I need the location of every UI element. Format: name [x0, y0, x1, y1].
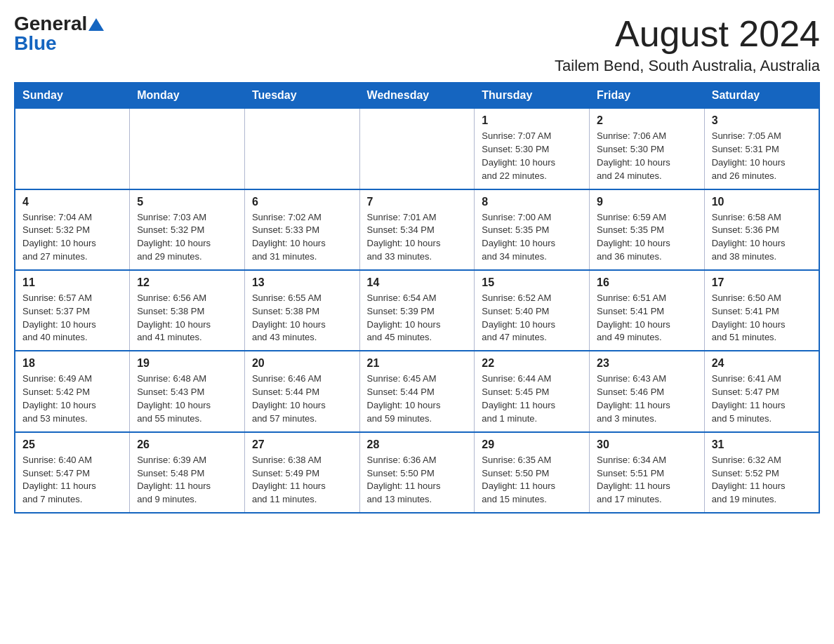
day-number: 27 — [252, 438, 352, 451]
calendar-cell: 30Sunrise: 6:34 AMSunset: 5:51 PMDayligh… — [590, 432, 705, 513]
day-info: Sunrise: 6:50 AMSunset: 5:41 PMDaylight:… — [712, 292, 812, 344]
calendar-cell: 18Sunrise: 6:49 AMSunset: 5:42 PMDayligh… — [15, 351, 130, 431]
day-info: Sunrise: 6:46 AMSunset: 5:44 PMDaylight:… — [252, 373, 352, 425]
calendar-cell — [244, 108, 359, 189]
day-info: Sunrise: 6:39 AMSunset: 5:48 PMDaylight:… — [137, 454, 237, 507]
day-number: 26 — [137, 438, 237, 451]
calendar-cell: 10Sunrise: 6:58 AMSunset: 5:36 PMDayligh… — [704, 189, 819, 270]
day-info: Sunrise: 6:38 AMSunset: 5:49 PMDaylight:… — [252, 454, 352, 507]
calendar-cell: 23Sunrise: 6:43 AMSunset: 5:46 PMDayligh… — [590, 351, 705, 431]
day-number: 3 — [712, 114, 812, 127]
calendar-cell: 17Sunrise: 6:50 AMSunset: 5:41 PMDayligh… — [704, 270, 819, 351]
day-info: Sunrise: 6:45 AMSunset: 5:44 PMDaylight:… — [367, 373, 468, 425]
day-info: Sunrise: 6:56 AMSunset: 5:38 PMDaylight:… — [137, 292, 237, 344]
day-info: Sunrise: 7:03 AMSunset: 5:32 PMDaylight:… — [137, 211, 237, 264]
day-number: 1 — [482, 114, 582, 127]
day-info: Sunrise: 7:07 AMSunset: 5:30 PMDaylight:… — [482, 130, 582, 182]
day-number: 14 — [367, 276, 468, 289]
calendar-cell: 3Sunrise: 7:05 AMSunset: 5:31 PMDaylight… — [704, 108, 819, 189]
day-number: 4 — [22, 196, 122, 208]
weekday-header-sunday: Sunday — [15, 83, 130, 108]
page-header: General Blue August 2024 Tailem Bend, So… — [14, 14, 820, 75]
title-section: August 2024 Tailem Bend, South Australia… — [555, 14, 820, 75]
day-number: 20 — [252, 357, 352, 370]
calendar-cell: 29Sunrise: 6:35 AMSunset: 5:50 PMDayligh… — [475, 432, 590, 513]
calendar-cell: 16Sunrise: 6:51 AMSunset: 5:41 PMDayligh… — [590, 270, 705, 351]
day-info: Sunrise: 6:35 AMSunset: 5:50 PMDaylight:… — [482, 454, 582, 507]
weekday-header-wednesday: Wednesday — [359, 83, 475, 108]
calendar-cell: 7Sunrise: 7:01 AMSunset: 5:34 PMDaylight… — [359, 189, 475, 270]
weekday-header-row: SundayMondayTuesdayWednesdayThursdayFrid… — [15, 83, 819, 108]
day-info: Sunrise: 6:36 AMSunset: 5:50 PMDaylight:… — [367, 454, 468, 507]
weekday-header-friday: Friday — [590, 83, 705, 108]
calendar-week-row: 25Sunrise: 6:40 AMSunset: 5:47 PMDayligh… — [15, 432, 819, 513]
day-number: 31 — [712, 438, 812, 451]
day-info: Sunrise: 6:49 AMSunset: 5:42 PMDaylight:… — [22, 373, 122, 425]
calendar-cell — [15, 108, 130, 189]
weekday-header-saturday: Saturday — [704, 83, 819, 108]
day-number: 25 — [22, 438, 122, 451]
day-info: Sunrise: 6:59 AMSunset: 5:35 PMDaylight:… — [597, 211, 697, 264]
day-number: 15 — [482, 276, 582, 289]
day-info: Sunrise: 6:43 AMSunset: 5:46 PMDaylight:… — [597, 373, 697, 425]
location-title: Tailem Bend, South Australia, Australia — [555, 57, 820, 75]
calendar-cell: 13Sunrise: 6:55 AMSunset: 5:38 PMDayligh… — [244, 270, 359, 351]
calendar-cell: 1Sunrise: 7:07 AMSunset: 5:30 PMDaylight… — [475, 108, 590, 189]
day-number: 23 — [597, 357, 697, 370]
calendar-cell: 2Sunrise: 7:06 AMSunset: 5:30 PMDaylight… — [590, 108, 705, 189]
day-info: Sunrise: 7:01 AMSunset: 5:34 PMDaylight:… — [367, 211, 468, 264]
day-info: Sunrise: 7:06 AMSunset: 5:30 PMDaylight:… — [597, 130, 697, 182]
weekday-header-tuesday: Tuesday — [244, 83, 359, 108]
day-info: Sunrise: 6:32 AMSunset: 5:52 PMDaylight:… — [712, 454, 812, 507]
day-info: Sunrise: 6:44 AMSunset: 5:45 PMDaylight:… — [482, 373, 582, 425]
day-number: 8 — [482, 196, 582, 208]
day-number: 6 — [252, 196, 352, 208]
calendar-cell: 25Sunrise: 6:40 AMSunset: 5:47 PMDayligh… — [15, 432, 130, 513]
calendar-cell: 4Sunrise: 7:04 AMSunset: 5:32 PMDaylight… — [15, 189, 130, 270]
day-number: 21 — [367, 357, 468, 370]
calendar-cell — [130, 108, 245, 189]
calendar-week-row: 11Sunrise: 6:57 AMSunset: 5:37 PMDayligh… — [15, 270, 819, 351]
day-info: Sunrise: 6:57 AMSunset: 5:37 PMDaylight:… — [22, 292, 122, 344]
logo: General Blue — [14, 14, 104, 53]
day-number: 13 — [252, 276, 352, 289]
calendar-week-row: 1Sunrise: 7:07 AMSunset: 5:30 PMDaylight… — [15, 108, 819, 189]
calendar-cell: 14Sunrise: 6:54 AMSunset: 5:39 PMDayligh… — [359, 270, 475, 351]
day-number: 12 — [137, 276, 237, 289]
day-number: 18 — [22, 357, 122, 370]
calendar-cell: 15Sunrise: 6:52 AMSunset: 5:40 PMDayligh… — [475, 270, 590, 351]
day-info: Sunrise: 6:54 AMSunset: 5:39 PMDaylight:… — [367, 292, 468, 344]
day-number: 30 — [597, 438, 697, 451]
calendar-cell: 24Sunrise: 6:41 AMSunset: 5:47 PMDayligh… — [704, 351, 819, 431]
day-number: 22 — [482, 357, 582, 370]
month-title: August 2024 — [555, 14, 820, 54]
logo-blue-text: Blue — [14, 34, 57, 53]
calendar-cell: 12Sunrise: 6:56 AMSunset: 5:38 PMDayligh… — [130, 270, 245, 351]
day-info: Sunrise: 7:04 AMSunset: 5:32 PMDaylight:… — [22, 211, 122, 264]
logo-triangle-icon — [88, 17, 104, 32]
calendar-cell: 6Sunrise: 7:02 AMSunset: 5:33 PMDaylight… — [244, 189, 359, 270]
calendar-cell: 5Sunrise: 7:03 AMSunset: 5:32 PMDaylight… — [130, 189, 245, 270]
weekday-header-monday: Monday — [130, 83, 245, 108]
day-info: Sunrise: 6:48 AMSunset: 5:43 PMDaylight:… — [137, 373, 237, 425]
calendar-cell: 8Sunrise: 7:00 AMSunset: 5:35 PMDaylight… — [475, 189, 590, 270]
calendar-cell: 19Sunrise: 6:48 AMSunset: 5:43 PMDayligh… — [130, 351, 245, 431]
day-info: Sunrise: 7:00 AMSunset: 5:35 PMDaylight:… — [482, 211, 582, 264]
weekday-header-thursday: Thursday — [475, 83, 590, 108]
day-number: 17 — [712, 276, 812, 289]
day-info: Sunrise: 7:05 AMSunset: 5:31 PMDaylight:… — [712, 130, 812, 182]
calendar-week-row: 18Sunrise: 6:49 AMSunset: 5:42 PMDayligh… — [15, 351, 819, 431]
calendar-cell: 21Sunrise: 6:45 AMSunset: 5:44 PMDayligh… — [359, 351, 475, 431]
day-number: 9 — [597, 196, 697, 208]
calendar-table: SundayMondayTuesdayWednesdayThursdayFrid… — [14, 82, 820, 514]
calendar-cell: 9Sunrise: 6:59 AMSunset: 5:35 PMDaylight… — [590, 189, 705, 270]
day-info: Sunrise: 6:52 AMSunset: 5:40 PMDaylight:… — [482, 292, 582, 344]
calendar-cell: 28Sunrise: 6:36 AMSunset: 5:50 PMDayligh… — [359, 432, 475, 513]
calendar-cell: 31Sunrise: 6:32 AMSunset: 5:52 PMDayligh… — [704, 432, 819, 513]
day-info: Sunrise: 7:02 AMSunset: 5:33 PMDaylight:… — [252, 211, 352, 264]
day-number: 5 — [137, 196, 237, 208]
calendar-cell: 22Sunrise: 6:44 AMSunset: 5:45 PMDayligh… — [475, 351, 590, 431]
day-info: Sunrise: 6:51 AMSunset: 5:41 PMDaylight:… — [597, 292, 697, 344]
day-number: 16 — [597, 276, 697, 289]
day-number: 24 — [712, 357, 812, 370]
